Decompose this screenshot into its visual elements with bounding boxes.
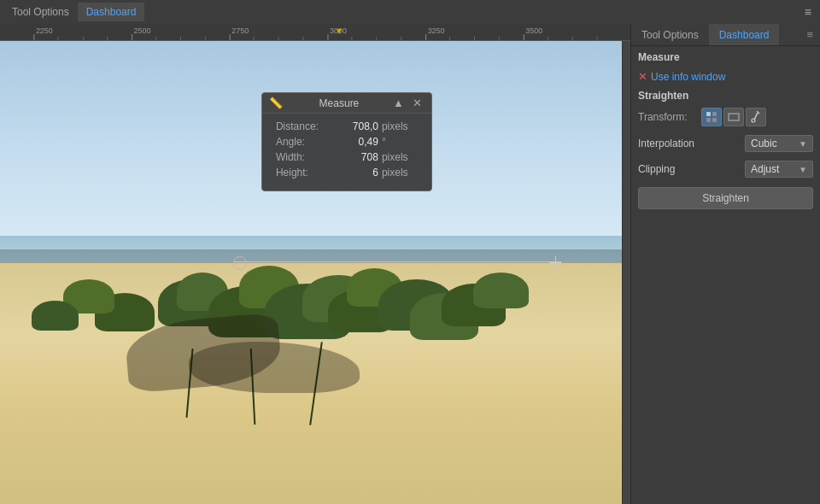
top-tab-bar: Tool Options Dashboard ≡ [0,0,820,24]
interpolation-label: Interpolation [638,138,745,149]
measure-popup-body: Distance: 708,0 pixels Angle: 0,49 ° Wid… [262,114,431,190]
straighten-button[interactable]: Straighten [638,187,813,209]
svg-text:2250: 2250 [36,26,53,35]
vertical-scrollbar[interactable] [622,41,630,504]
measure-end-point[interactable] [549,256,561,268]
svg-text:3500: 3500 [525,26,542,35]
measure-angle-value: 0,49 [336,136,378,148]
use-info-window-link[interactable]: Use info window [651,71,725,83]
straighten-section-title: Straighten [631,86,820,105]
transform-label: Transform: [638,111,696,123]
clipping-row: Clipping Adjust ▼ [631,158,820,180]
panel-tab-tool-options[interactable]: Tool Options [631,24,709,45]
measure-width-row: Width: 708 pixels [276,151,418,163]
svg-text:2500: 2500 [134,26,151,35]
measure-popup: 📏 Measure ▲ ✕ Distance: 708,0 pixels Ang… [261,92,432,191]
canvas-area[interactable]: 2250 2500 2750 3000 3250 3500 [0,24,630,504]
measure-line [233,261,561,262]
ruler-svg: 2250 2500 2750 3000 3250 3500 [0,24,630,41]
svg-rect-34 [712,118,717,122]
main-layout: 2250 2500 2750 3000 3250 3500 [0,24,820,504]
clipping-value: Adjust [751,163,779,175]
measure-height-value: 6 [336,167,378,179]
measure-section-title: Measure [631,46,820,67]
measure-popup-header: 📏 Measure ▲ ✕ [262,93,431,114]
measure-popup-actions: ▲ ✕ [390,97,425,109]
interpolation-value: Cubic [751,138,777,149]
clipping-dropdown-arrow: ▼ [799,165,807,174]
use-info-window-row[interactable]: ✕ Use info window [631,67,820,86]
measure-popup-expand-btn[interactable]: ▲ [390,97,407,109]
tab-dashboard[interactable]: Dashboard [78,3,145,21]
svg-line-36 [754,113,758,120]
svg-text:2750: 2750 [231,26,249,35]
svg-point-37 [752,119,755,122]
panel-pin-icon[interactable]: ≡ [800,24,820,45]
panel-tabs: Tool Options Dashboard ≡ [631,24,820,46]
transform-btn-grid[interactable] [701,108,722,126]
measure-height-row: Height: 6 pixels [276,167,418,179]
measure-height-unit: pixels [382,167,408,179]
svg-rect-35 [729,114,739,120]
measure-width-label: Width: [276,151,336,163]
measure-height-label: Height: [276,167,336,179]
measure-angle-row: Angle: 0,49 ° [276,136,418,148]
svg-rect-33 [706,118,711,122]
transform-buttons [701,108,766,126]
measure-angle-label: Angle: [276,136,336,148]
svg-rect-32 [712,112,717,116]
transform-btn-rect[interactable] [723,108,744,126]
measure-tool-icon: 📏 [269,97,283,109]
clipping-dropdown[interactable]: Adjust ▼ [745,161,813,178]
clipping-label: Clipping [638,163,745,175]
measure-distance-row: Distance: 708,0 pixels [276,120,418,132]
panel-tab-dashboard[interactable]: Dashboard [709,24,780,45]
measure-distance-value: 708,0 [336,120,378,132]
measure-angle-unit: ° [382,136,386,148]
close-small-icon: ✕ [638,70,647,83]
interpolation-dropdown[interactable]: Cubic ▼ [745,135,813,152]
measure-distance-label: Distance: [276,120,336,132]
measure-width-value: 708 [336,151,378,163]
transform-row: Transform: [631,105,820,129]
measure-distance-unit: pixels [382,120,408,132]
tab-tool-options[interactable]: Tool Options [3,3,78,21]
measure-popup-title: Measure [288,97,390,109]
measure-width-unit: pixels [382,151,408,163]
measure-popup-close-btn[interactable]: ✕ [410,97,425,109]
pin-icon[interactable]: ≡ [800,5,817,19]
svg-rect-31 [706,112,711,116]
right-panel: Tool Options Dashboard ≡ Measure ✕ Use i… [630,24,820,504]
ruler-horizontal: 2250 2500 2750 3000 3250 3500 [0,24,630,41]
interpolation-dropdown-arrow: ▼ [799,139,807,149]
transform-btn-eyedropper[interactable] [746,108,766,126]
svg-text:3250: 3250 [428,26,445,35]
interpolation-row: Interpolation Cubic ▼ [631,132,820,155]
